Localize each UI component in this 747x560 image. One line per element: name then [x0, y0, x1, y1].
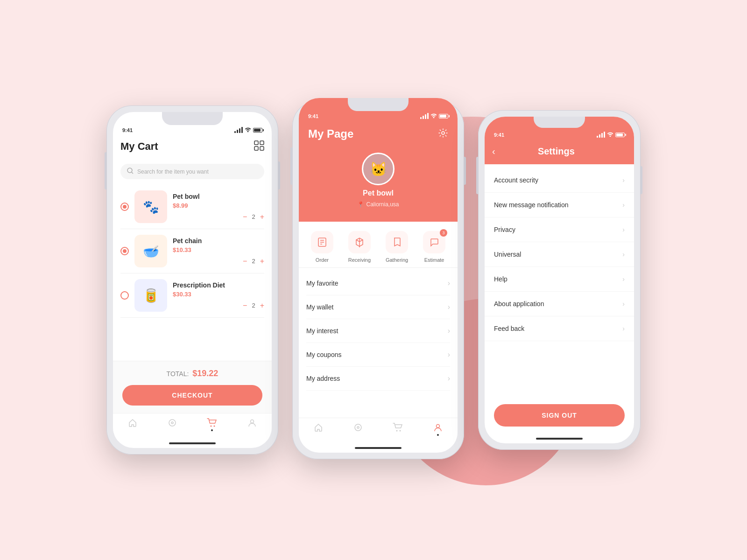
svg-rect-0 [254, 141, 258, 145]
menu-label-address: My address [306, 375, 340, 382]
menu-label-favorite: My favorite [306, 280, 338, 287]
quick-action-estimate[interactable]: 3 Estimate [423, 231, 445, 263]
item-image-1: 🐾 [134, 190, 167, 223]
nav-explore-mypage[interactable] [353, 423, 363, 436]
settings-label-notification: New message notification [494, 201, 569, 209]
item-radio-3[interactable] [120, 291, 129, 300]
estimate-badge: 3 [440, 229, 447, 237]
mypage-title: My Page [308, 127, 353, 140]
gathering-label: Gathering [386, 257, 408, 263]
signal-icon-settings [597, 132, 605, 138]
search-icon [127, 168, 134, 175]
notch-cart [162, 112, 223, 125]
cart-item-3: 🥫 Prescription Diet $30.33 − 2 + [120, 273, 264, 318]
chevron-icon-account: › [622, 176, 625, 184]
qty-plus-3[interactable]: + [260, 301, 264, 310]
svg-point-19 [400, 430, 401, 432]
status-time-settings: 9:41 [494, 132, 504, 138]
svg-point-4 [127, 168, 132, 173]
settings-header: ‹ Settings [485, 141, 634, 164]
phone-mypage: 9:41 [292, 101, 464, 459]
item-name-2: Pet chain [173, 237, 264, 245]
menu-item-wallet[interactable]: My wallet › [306, 295, 450, 319]
menu-label-wallet: My wallet [306, 303, 333, 311]
quick-actions: Order Receiving Gathering [299, 222, 458, 268]
cart-header: My Cart [113, 137, 272, 158]
settings-title: Settings [500, 146, 613, 157]
cart-items-list: 🐾 Pet bowl $8.99 − 2 + [113, 185, 272, 361]
svg-point-9 [214, 426, 215, 427]
qty-minus-3[interactable]: − [243, 301, 247, 310]
menu-item-address[interactable]: My address › [306, 367, 450, 391]
settings-screen: 9:41 [485, 117, 634, 443]
sign-out-button[interactable]: SIGN OUT [494, 404, 625, 427]
settings-list: Account secrity › New message notificati… [485, 164, 634, 395]
svg-point-20 [436, 425, 439, 428]
checkout-button[interactable]: CHECKOUT [122, 385, 262, 406]
item-price-2: $10.33 [173, 246, 264, 253]
home-indicator-cart [169, 442, 216, 444]
item-info-2: Pet chain $10.33 − 2 + [173, 237, 264, 266]
bottom-nav-cart [113, 413, 272, 441]
nav-home-cart[interactable] [128, 418, 137, 431]
wifi-icon [245, 127, 251, 133]
item-info-3: Prescription Diet $30.33 − 2 + [173, 281, 264, 310]
nav-cart-mypage[interactable] [393, 423, 403, 436]
status-time-cart: 9:41 [122, 127, 133, 133]
receiving-label: Receiving [348, 257, 371, 263]
profile-name: Pet bowl [363, 189, 394, 197]
quick-action-gathering[interactable]: Gathering [386, 231, 408, 263]
cart-screen: 9:41 [113, 112, 272, 448]
nav-profile-cart[interactable] [247, 418, 257, 431]
total-amount: $19.22 [192, 369, 218, 378]
settings-item-privacy[interactable]: Privacy › [485, 217, 634, 242]
qty-plus-2[interactable]: + [260, 257, 264, 266]
settings-item-about[interactable]: About application › [485, 292, 634, 316]
home-indicator-settings [536, 438, 583, 440]
qty-minus-2[interactable]: − [243, 257, 247, 266]
qty-plus-1[interactable]: + [260, 213, 264, 221]
status-time-mypage: 9:41 [308, 113, 318, 119]
chevron-icon-favorite: › [448, 279, 450, 287]
item-radio-2[interactable] [120, 247, 129, 255]
cart-title: My Cart [120, 140, 158, 153]
quick-action-receiving[interactable]: Receiving [348, 231, 371, 263]
svg-point-18 [396, 430, 398, 432]
chevron-icon-notification: › [622, 201, 625, 209]
settings-item-feedback[interactable]: Feed back › [485, 316, 634, 341]
menu-item-coupons[interactable]: My coupons › [306, 343, 450, 367]
sign-out-section: SIGN OUT [485, 395, 634, 436]
item-radio-1[interactable] [120, 203, 129, 211]
settings-item-help[interactable]: Help › [485, 267, 634, 292]
settings-label-feedback: Feed back [494, 325, 524, 332]
nav-explore-cart[interactable] [168, 418, 177, 431]
quick-action-order[interactable]: Order [311, 231, 333, 263]
status-icons-mypage [420, 113, 448, 119]
nav-home-mypage[interactable] [314, 423, 323, 436]
grid-icon[interactable] [254, 140, 264, 153]
svg-point-8 [211, 426, 212, 427]
settings-icon[interactable] [438, 128, 448, 140]
notch-mypage [348, 98, 409, 111]
qty-value-1: 2 [252, 213, 255, 220]
svg-point-16 [355, 424, 361, 431]
settings-item-universal[interactable]: Universal › [485, 242, 634, 267]
profile-location: 📍 Caliornia,usa [357, 201, 399, 208]
item-info-1: Pet bowl $8.99 − 2 + [173, 193, 264, 221]
search-bar[interactable]: Search for the item you want [120, 164, 264, 179]
nav-cart-cart[interactable] [207, 418, 217, 431]
battery-icon [253, 128, 262, 133]
battery-icon-mypage [439, 114, 448, 119]
qty-minus-1[interactable]: − [243, 213, 247, 221]
avatar: 🐱 [362, 153, 395, 185]
menu-item-interest[interactable]: My interest › [306, 319, 450, 343]
chevron-icon-address: › [448, 374, 450, 383]
receiving-icon [348, 231, 371, 253]
qty-value-3: 2 [252, 302, 255, 309]
settings-item-notification[interactable]: New message notification › [485, 193, 634, 217]
back-button[interactable]: ‹ [492, 146, 495, 157]
menu-item-favorite[interactable]: My favorite › [306, 272, 450, 295]
settings-item-account[interactable]: Account secrity › [485, 168, 634, 193]
order-label: Order [316, 257, 329, 263]
nav-profile-mypage[interactable] [433, 423, 443, 436]
